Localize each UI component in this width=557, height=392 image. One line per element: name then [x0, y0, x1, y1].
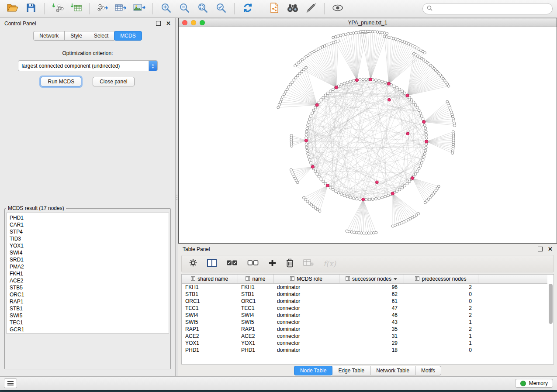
- tab-motifs[interactable]: Motifs: [415, 366, 441, 375]
- import-table-button[interactable]: [68, 2, 84, 16]
- export-network-button[interactable]: [94, 2, 111, 16]
- table-cell: ACE2: [182, 333, 238, 340]
- result-item[interactable]: STB5: [10, 284, 169, 291]
- memory-button[interactable]: Memory: [515, 379, 553, 388]
- table-row[interactable]: STB1STB1dominator620: [182, 291, 547, 298]
- select-stepper-icon[interactable]: ▲▼: [149, 61, 157, 71]
- float-table-panel-icon[interactable]: [538, 247, 543, 251]
- result-item[interactable]: SWI4: [10, 249, 169, 256]
- search-network-button[interactable]: [284, 2, 301, 16]
- mcds-result-group: MCDS result (17 nodes) PHD1CAR1STP4TID3Y…: [4, 205, 171, 369]
- open-file-button[interactable]: [4, 2, 21, 16]
- zoom-fit-button[interactable]: [194, 2, 211, 16]
- network-document-icon: [270, 3, 279, 15]
- tab-node-table[interactable]: Node Table: [294, 366, 333, 375]
- result-item[interactable]: RAP1: [10, 298, 169, 305]
- table-row[interactable]: SWI5SWI5connector431: [182, 319, 547, 326]
- result-item[interactable]: YOX1: [10, 242, 169, 249]
- result-item[interactable]: SWI5: [10, 312, 169, 319]
- run-mcds-button[interactable]: Run MCDS: [41, 77, 81, 86]
- plus-icon: [268, 259, 277, 269]
- toolbar-separator: [44, 3, 45, 14]
- float-panel-icon[interactable]: [156, 21, 161, 26]
- zoom-selected-button[interactable]: [213, 2, 229, 16]
- hide-panel-button[interactable]: [329, 2, 346, 16]
- add-column-button[interactable]: [268, 259, 277, 269]
- result-item[interactable]: STP4: [10, 228, 169, 235]
- mcds-result-list[interactable]: PHD1CAR1STP4TID3YOX1SWI4SRD1PMA2FKH1ACE2…: [6, 213, 169, 334]
- eye-icon: [332, 4, 343, 14]
- table-cell: SWI4: [182, 312, 238, 319]
- table-row[interactable]: PHD1PHD1dominator180: [182, 347, 547, 354]
- table-row[interactable]: RAP1RAP1dominator352: [182, 326, 547, 333]
- network-document-button[interactable]: [266, 2, 283, 16]
- tab-mcds[interactable]: MCDS: [114, 31, 142, 41]
- column-header-predecessor-nodes[interactable]: predecessor nodes: [404, 275, 478, 284]
- tab-network-table[interactable]: Network Table: [370, 366, 415, 375]
- result-item[interactable]: PMA2: [10, 263, 169, 270]
- table-cell: TEC1: [182, 305, 238, 312]
- import-network-button[interactable]: [49, 2, 66, 16]
- delete-table-icon: [303, 259, 314, 268]
- scrollbar-thumb[interactable]: [549, 284, 553, 324]
- control-panel-header: Control Panel ✕: [0, 18, 175, 29]
- close-panel-icon[interactable]: ✕: [166, 21, 171, 26]
- show-columns-button[interactable]: [207, 259, 217, 268]
- result-item[interactable]: PHD1: [10, 214, 169, 221]
- folder-open-icon: [7, 3, 18, 14]
- column-header-name[interactable]: name: [238, 275, 273, 284]
- result-item[interactable]: ACE2: [10, 277, 169, 284]
- result-item[interactable]: FKH1: [10, 270, 169, 277]
- column-header-shared-name[interactable]: shared name: [182, 275, 238, 284]
- tab-style[interactable]: Style: [64, 31, 88, 41]
- table-settings-button[interactable]: [189, 258, 197, 269]
- network-canvas[interactable]: [179, 27, 557, 243]
- table-cell: ORC1: [182, 298, 238, 305]
- node-table: shared name name MCDS role successor nod…: [182, 275, 547, 354]
- export-image-icon: [133, 3, 145, 15]
- result-item[interactable]: TEC1: [10, 319, 169, 326]
- table-row[interactable]: ORC1ORC1dominator610: [182, 298, 547, 305]
- search-icon: [427, 5, 432, 13]
- criterion-select[interactable]: largest connected component (undirected)…: [18, 60, 158, 71]
- table-cell: 31: [339, 333, 404, 340]
- column-header-mcds-role[interactable]: MCDS role: [273, 275, 339, 284]
- delete-column-button[interactable]: [286, 258, 294, 269]
- table-scrollbar[interactable]: [549, 284, 553, 363]
- search-input[interactable]: [435, 5, 548, 12]
- table-cell: 18: [339, 347, 404, 354]
- close-panel-button[interactable]: Close panel: [93, 77, 134, 86]
- unselect-all-button[interactable]: [247, 259, 259, 268]
- close-table-panel-icon[interactable]: ✕: [548, 246, 553, 252]
- result-item[interactable]: GCR1: [10, 326, 169, 333]
- table-row[interactable]: YOX1YOX1connector291: [182, 340, 547, 347]
- table-cell: ACE2: [238, 333, 273, 340]
- column-header-successor-nodes[interactable]: successor nodes: [339, 275, 404, 284]
- zoom-out-button[interactable]: [176, 2, 193, 16]
- table-cell: 1: [404, 319, 478, 326]
- zoom-in-button[interactable]: [158, 2, 174, 16]
- table-row[interactable]: ACE2ACE2connector311: [182, 333, 547, 340]
- save-session-button[interactable]: [23, 2, 39, 16]
- result-item[interactable]: SRD1: [10, 256, 169, 263]
- result-item[interactable]: ORC1: [10, 291, 169, 298]
- tab-select[interactable]: Select: [88, 31, 114, 41]
- table-row[interactable]: FKH1FKH1dominator962: [182, 284, 547, 291]
- result-item[interactable]: STB1: [10, 305, 169, 312]
- result-item[interactable]: TID3: [10, 235, 169, 242]
- table-row[interactable]: TEC1TEC1connector472: [182, 305, 547, 312]
- vizmap-button[interactable]: [303, 2, 319, 16]
- export-image-button[interactable]: [131, 2, 148, 16]
- status-menu-button[interactable]: [4, 378, 17, 388]
- table-cell: dominator: [273, 291, 339, 298]
- result-item[interactable]: CAR1: [10, 221, 169, 228]
- tab-edge-table[interactable]: Edge Table: [332, 366, 370, 375]
- export-table-button[interactable]: [113, 2, 129, 16]
- table-panel-header: Table Panel ✕: [178, 244, 557, 254]
- tab-network[interactable]: Network: [33, 31, 65, 41]
- column-grid-icon: [191, 276, 195, 282]
- import-network-icon: [52, 3, 64, 15]
- refresh-button[interactable]: [239, 2, 256, 16]
- table-row[interactable]: SWI4SWI4dominator462: [182, 312, 547, 319]
- select-all-button[interactable]: [226, 259, 238, 268]
